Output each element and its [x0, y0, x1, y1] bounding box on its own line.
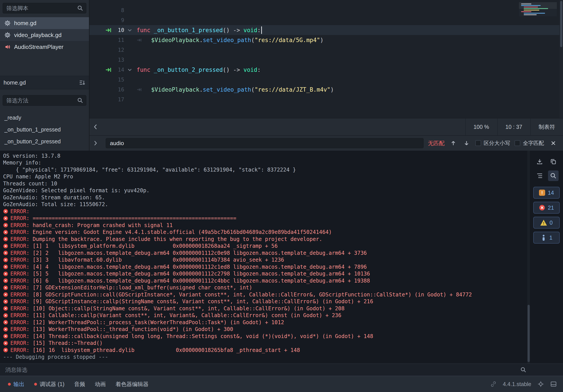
method-item[interactable]: _on_button_1_pressed — [0, 124, 89, 135]
unread-dot — [8, 383, 11, 386]
error-dot-icon — [3, 327, 8, 332]
script-editor-region: home.gdvideo_playback.gdAudioStreamPlaye… — [0, 0, 563, 151]
error-dot-icon — [3, 313, 8, 318]
code-line[interactable]: 16$VideoPlayback.set_video_path("res://d… — [90, 85, 563, 94]
filter-badge-warning[interactable]: !0 — [533, 217, 560, 228]
copy-log-button[interactable] — [548, 156, 559, 167]
tab-label: 动画 — [95, 380, 106, 388]
bottom-tab-animation[interactable]: 动画 — [90, 376, 111, 392]
script-item[interactable]: video_playback.gd — [0, 29, 89, 41]
editor-minimap[interactable] — [519, 2, 557, 16]
sort-methods-icon[interactable] — [79, 79, 86, 86]
whole-words-option[interactable]: 全字匹配 — [514, 140, 544, 147]
output-scrollbar-thumb[interactable] — [527, 305, 530, 362]
code-line[interactable]: 15 — [90, 75, 563, 85]
code-line[interactable]: 10func _on_button_1_pressed() -> void: — [90, 25, 563, 35]
error-dot-icon — [3, 257, 8, 263]
output-line: OS version: 13.7.8 — [3, 152, 527, 159]
output-error-line: ERROR: =================================… — [3, 215, 527, 222]
output-error-line: ERROR: [10] Object::callp(StringName con… — [3, 305, 527, 312]
output-log: OS version: 13.7.8Memory info: { "physic… — [0, 151, 527, 363]
output-line: --- Debugging process stopped --- — [3, 354, 527, 361]
filter-badge-error-circle[interactable]: 21 — [533, 202, 560, 214]
code-line[interactable]: 13 — [90, 55, 563, 65]
output-error-line: ERROR: [12] WorkerThreadPool::_process_t… — [3, 319, 527, 326]
error-dot-icon — [3, 264, 8, 269]
output-toolbar: !1421!01 — [530, 151, 563, 363]
line-number: 8 — [113, 7, 124, 13]
save-log-button[interactable] — [534, 156, 545, 167]
message-filter-bar — [0, 363, 563, 376]
collapse-duplicates-button[interactable] — [534, 170, 545, 181]
badge-list: !1421!01 — [533, 187, 560, 244]
current-script-name: home.gd — [3, 79, 26, 86]
collapse-panel-chevron-icon[interactable] — [90, 124, 102, 130]
code-line[interactable]: 8 — [90, 5, 563, 15]
whole-words-checkbox[interactable] — [514, 140, 520, 146]
bottom-tab-audio[interactable]: 音频 — [69, 376, 90, 392]
line-number: 10 — [113, 27, 124, 33]
line-number: 12 — [113, 47, 124, 53]
find-next-button[interactable] — [462, 140, 471, 146]
output-error-line: ERROR: [3] 3 libavformat.60.dylib 0x0000… — [3, 257, 527, 264]
find-input[interactable] — [106, 138, 423, 148]
filter-badge-info[interactable]: 1 — [533, 232, 560, 244]
filter-scripts-input[interactable] — [3, 3, 86, 13]
version-link-icon[interactable] — [490, 381, 497, 387]
method-item[interactable]: _ready — [0, 112, 89, 124]
output-error-line: ERROR: Dumping the backtrace. Please inc… — [3, 236, 527, 243]
fold-chevron-icon[interactable] — [124, 27, 135, 33]
panel-layout-icon[interactable] — [550, 381, 557, 387]
output-error-line: ERROR: [11] Callable::callp(Variant cons… — [3, 312, 527, 319]
line-number: 11 — [113, 37, 124, 43]
focus-mode-icon[interactable] — [537, 381, 544, 387]
script-panel: home.gdvideo_playback.gdAudioStreamPlaye… — [0, 0, 89, 151]
output-error-line: ERROR: [15] Thread::~Thread() — [3, 340, 527, 347]
code-line[interactable]: 12 — [90, 45, 563, 55]
bottom-panel-bar: 输出调试器 (1)音频动画着色器编辑器 4.4.1.stable — [0, 376, 563, 392]
bottom-tab-shader-editor[interactable]: 着色器编辑器 — [111, 376, 154, 392]
filter-scripts-box — [0, 0, 89, 16]
match-case-checkbox[interactable] — [475, 140, 481, 146]
code-line[interactable]: 11$VideoPlayback.set_video_path("res://d… — [90, 35, 563, 45]
tab-label: 着色器编辑器 — [116, 380, 149, 388]
output-error-line: ERROR: [13] WorkerThreadPool::_thread_fu… — [3, 326, 527, 333]
search-icon — [520, 367, 526, 373]
match-case-option[interactable]: 区分大小写 — [475, 140, 510, 147]
tab-indicator-icon — [137, 87, 151, 92]
filter-methods-input[interactable] — [3, 95, 86, 106]
engine-version-label[interactable]: 4.4.1.stable — [503, 381, 531, 387]
error-dot-icon — [3, 250, 8, 255]
script-label: video_playback.gd — [14, 32, 62, 38]
signal-connection-icon — [104, 66, 113, 73]
bottom-tab-debugger[interactable]: 调试器 (1) — [29, 376, 69, 392]
close-icon[interactable] — [549, 140, 558, 146]
code-line[interactable]: 9 — [90, 15, 563, 25]
method-item[interactable]: _on_button_2_pressed — [0, 135, 89, 147]
output-error-line: ERROR: [5] 5 libgozen.macos.template_deb… — [3, 270, 527, 278]
editor-scrollbar-thumb[interactable] — [560, 1, 562, 47]
find-previous-button[interactable] — [449, 140, 458, 146]
badge-count: 1 — [549, 235, 552, 241]
search-icon — [77, 97, 83, 103]
indent-mode[interactable]: 制表符 — [530, 118, 563, 135]
error-dot-icon — [3, 334, 8, 339]
filter-badge-error-square[interactable]: !14 — [533, 187, 560, 199]
code-area[interactable]: 8910func _on_button_1_pressed() -> void:… — [90, 0, 563, 118]
script-item[interactable]: AudioStreamPlayer — [0, 41, 89, 53]
script-item[interactable]: home.gd — [0, 17, 89, 29]
search-log-button[interactable] — [548, 170, 559, 181]
script-list: home.gdvideo_playback.gdAudioStreamPlaye… — [0, 16, 89, 76]
output-line: Memory info: — [3, 159, 527, 166]
script-label: AudioStreamPlayer — [14, 44, 64, 51]
message-filter-input[interactable] — [5, 367, 558, 373]
zoom-level[interactable]: 100 % — [465, 118, 497, 135]
code-line[interactable]: 17 — [90, 94, 563, 104]
bottom-tab-output[interactable]: 输出 — [3, 376, 29, 392]
output-error-line: ERROR: [16] 16 libsystem_pthread.dylib 0… — [3, 347, 527, 354]
error-dot-icon — [3, 299, 8, 304]
cursor-position: 10 : 37 — [497, 118, 530, 135]
fold-chevron-icon[interactable] — [124, 67, 135, 73]
expand-chevron-icon[interactable] — [90, 140, 101, 146]
code-line[interactable]: 14func _on_button_2_pressed() -> void: — [90, 65, 563, 75]
